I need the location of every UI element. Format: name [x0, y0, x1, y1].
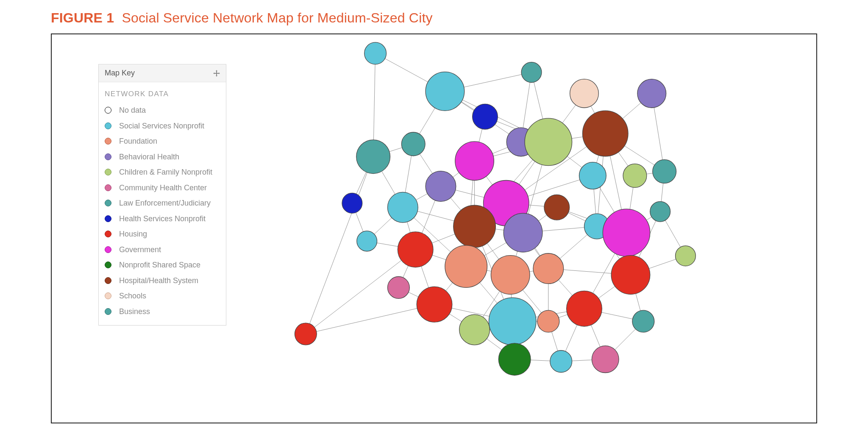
node-social[interactable] [364, 42, 387, 64]
legend-item-government[interactable]: Government [105, 242, 222, 258]
node-housing[interactable] [567, 291, 602, 326]
legend-label: Business [119, 307, 150, 317]
legend-label: Community Health Center [119, 183, 207, 193]
node-community[interactable] [387, 277, 409, 299]
node-social[interactable] [550, 351, 572, 373]
legend-swatch [105, 292, 111, 299]
node-social[interactable] [426, 72, 465, 111]
figure-frame: Map Key NETWORK DATA No dataSocial Servi… [51, 33, 817, 423]
legend-item-business[interactable]: Business [105, 304, 222, 320]
legend-item-schools[interactable]: Schools [105, 288, 222, 304]
legend-label: No data [119, 106, 146, 115]
legend-swatch [105, 262, 111, 268]
legend-swatch [105, 153, 111, 160]
node-government[interactable] [603, 209, 650, 256]
legend-item-foundation[interactable]: Foundation [105, 134, 222, 149]
node-government[interactable] [455, 142, 494, 181]
node-schools[interactable] [570, 79, 599, 108]
legend-label: Nonprofit Shared Space [119, 260, 200, 270]
map-key-title: Map Key [105, 69, 135, 78]
legend-swatch [105, 215, 111, 222]
node-hospital[interactable] [544, 195, 570, 220]
node-behavioral[interactable] [426, 171, 456, 202]
legend-label: Children & Family Nonprofit [119, 167, 212, 177]
figure-title: FIGURE 1 Social Service Network Map for … [51, 10, 817, 26]
node-law[interactable] [650, 201, 670, 222]
legend-swatch [105, 277, 111, 284]
legend-label: Law Enforcement/Judiciary [119, 198, 211, 208]
node-housing[interactable] [417, 287, 452, 322]
node-hospital[interactable] [582, 111, 628, 156]
legend-swatch [105, 122, 111, 129]
legend-item-nodata[interactable]: No data [105, 103, 222, 118]
legend-label: Social Services Nonprofit [119, 121, 204, 131]
legend-item-social[interactable]: Social Services Nonprofit [105, 118, 222, 134]
map-key-header[interactable]: Map Key [99, 64, 226, 82]
node-law[interactable] [653, 160, 676, 184]
legend-swatch [105, 184, 111, 191]
node-foundation[interactable] [537, 310, 559, 332]
node-health[interactable] [342, 193, 362, 213]
legend-label: Health Services Nonprofit [119, 214, 206, 224]
legend-swatch [105, 308, 111, 315]
node-social[interactable] [387, 192, 418, 223]
figure-label: FIGURE 1 [51, 10, 114, 25]
node-social[interactable] [579, 162, 606, 189]
legend-swatch [105, 138, 111, 145]
node-law[interactable] [632, 310, 654, 332]
node-foundation[interactable] [445, 245, 487, 288]
legend-label: Government [119, 245, 161, 255]
node-social[interactable] [357, 231, 377, 251]
legend-swatch [105, 200, 111, 206]
node-housing[interactable] [398, 232, 433, 267]
legend-item-children[interactable]: Children & Family Nonprofit [105, 164, 222, 180]
node-law[interactable] [521, 62, 542, 83]
svg-rect-1 [214, 73, 219, 74]
node-behavioral[interactable] [504, 213, 542, 252]
map-key-panel[interactable]: Map Key NETWORK DATA No dataSocial Servi… [98, 64, 226, 326]
node-housing[interactable] [295, 323, 317, 345]
move-icon[interactable] [213, 70, 220, 77]
node-shared[interactable] [498, 343, 531, 376]
node-children[interactable] [623, 164, 647, 188]
node-children[interactable] [459, 314, 490, 345]
legend-item-hospital[interactable]: Hospital/Health System [105, 273, 222, 289]
legend-item-behavioral[interactable]: Behavioral Health [105, 149, 222, 165]
node-children[interactable] [525, 118, 572, 166]
node-law[interactable] [401, 132, 425, 156]
node-children[interactable] [676, 246, 696, 266]
node-foundation[interactable] [533, 253, 564, 284]
legend-swatch [105, 107, 111, 114]
legend-section-title: NETWORK DATA [99, 82, 226, 101]
node-foundation[interactable] [491, 256, 530, 295]
node-health[interactable] [473, 104, 498, 129]
legend-items: No dataSocial Services NonprofitFoundati… [99, 101, 226, 325]
legend-item-law[interactable]: Law Enforcement/Judiciary [105, 195, 222, 211]
legend-label: Behavioral Health [119, 152, 179, 162]
legend-swatch [105, 231, 111, 237]
node-law[interactable] [356, 140, 390, 174]
node-hospital[interactable] [453, 205, 496, 248]
node-behavioral[interactable] [637, 79, 666, 108]
legend-label: Housing [119, 229, 147, 239]
legend-item-shared[interactable]: Nonprofit Shared Space [105, 257, 222, 273]
legend-swatch [105, 169, 111, 175]
node-housing[interactable] [611, 256, 650, 295]
legend-label: Schools [119, 291, 146, 301]
legend-label: Hospital/Health System [119, 276, 198, 286]
node-community[interactable] [592, 346, 619, 373]
figure-title-text: Social Service Network Map for Medium-Si… [122, 10, 432, 25]
legend-swatch [105, 246, 111, 253]
legend-item-housing[interactable]: Housing [105, 226, 222, 242]
legend-item-community[interactable]: Community Health Center [105, 180, 222, 196]
node-social[interactable] [489, 298, 536, 345]
legend-label: Foundation [119, 136, 157, 146]
legend-item-health[interactable]: Health Services Nonprofit [105, 211, 222, 227]
